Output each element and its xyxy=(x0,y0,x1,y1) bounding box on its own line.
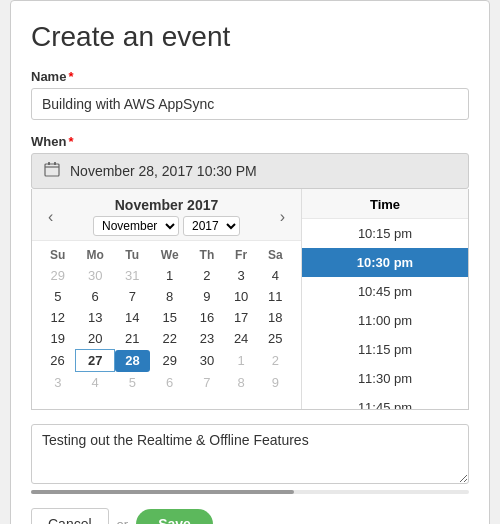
calendar-day[interactable]: 13 xyxy=(76,307,115,328)
name-label: Name* xyxy=(31,69,469,84)
next-month-button[interactable]: › xyxy=(274,206,291,228)
datetime-display[interactable]: November 28, 2017 10:30 PM xyxy=(31,153,469,189)
calendar-day[interactable]: 5 xyxy=(115,372,150,394)
calendar-day[interactable]: 21 xyxy=(115,328,150,350)
weekday-header-cell: Fr xyxy=(224,245,258,265)
calendar-day[interactable]: 16 xyxy=(190,307,224,328)
calendar-day[interactable]: 28 xyxy=(115,350,150,372)
name-field-group: Name* xyxy=(31,69,469,120)
year-select[interactable]: 2017 xyxy=(183,216,240,236)
calendar-day[interactable]: 4 xyxy=(258,265,292,286)
svg-rect-3 xyxy=(54,162,56,165)
time-panel[interactable]: Time 10:15 pm10:30 pm10:45 pm11:00 pm11:… xyxy=(302,189,468,409)
calendar-day[interactable]: 12 xyxy=(40,307,76,328)
calendar-day[interactable]: 5 xyxy=(40,286,76,307)
calendar-day[interactable]: 9 xyxy=(258,372,292,394)
month-title: November 2017 xyxy=(115,197,219,213)
calendar-day[interactable]: 2 xyxy=(258,350,292,372)
calendar-day[interactable]: 19 xyxy=(40,328,76,350)
calendar-day[interactable]: 14 xyxy=(115,307,150,328)
calendar-day[interactable]: 30 xyxy=(190,350,224,372)
calendar-day[interactable]: 1 xyxy=(150,265,190,286)
calendar-day[interactable]: 2 xyxy=(190,265,224,286)
required-star: * xyxy=(68,69,73,84)
calendar-day[interactable]: 11 xyxy=(258,286,292,307)
picker-container: ‹ November 2017 November 2017 › xyxy=(31,189,469,410)
time-item[interactable]: 10:15 pm xyxy=(302,219,468,248)
weekday-header-cell: Tu xyxy=(115,245,150,265)
time-panel-header: Time xyxy=(302,189,468,219)
calendar-day[interactable]: 24 xyxy=(224,328,258,350)
month-year-display: November 2017 November 2017 xyxy=(93,197,240,236)
time-item[interactable]: 11:45 pm xyxy=(302,393,468,409)
calendar-day[interactable]: 7 xyxy=(190,372,224,394)
calendar-day[interactable]: 10 xyxy=(224,286,258,307)
when-required-star: * xyxy=(68,134,73,149)
calendar-day[interactable]: 23 xyxy=(190,328,224,350)
calendar-icon xyxy=(44,161,60,181)
calendar-day[interactable]: 31 xyxy=(115,265,150,286)
calendar-day[interactable]: 20 xyxy=(76,328,115,350)
calendar-day[interactable]: 6 xyxy=(150,372,190,394)
time-item[interactable]: 11:00 pm xyxy=(302,306,468,335)
calendar-day[interactable]: 3 xyxy=(224,265,258,286)
weekday-header-cell: Mo xyxy=(76,245,115,265)
save-button[interactable]: Save xyxy=(136,509,213,524)
calendar-day[interactable]: 1 xyxy=(224,350,258,372)
calendar-day[interactable]: 29 xyxy=(150,350,190,372)
calendar-day[interactable]: 22 xyxy=(150,328,190,350)
calendar-day[interactable]: 9 xyxy=(190,286,224,307)
calendar-day[interactable]: 8 xyxy=(224,372,258,394)
description-input[interactable]: Testing out the Realtime & Offline Featu… xyxy=(31,424,469,484)
page-title: Create an event xyxy=(31,21,469,53)
time-item[interactable]: 11:15 pm xyxy=(302,335,468,364)
time-item[interactable]: 10:45 pm xyxy=(302,277,468,306)
calendar-day[interactable]: 25 xyxy=(258,328,292,350)
datetime-text: November 28, 2017 10:30 PM xyxy=(70,163,257,179)
calendar-day[interactable]: 3 xyxy=(40,372,76,394)
calendar-header: ‹ November 2017 November 2017 › xyxy=(32,189,301,241)
calendar-day[interactable]: 15 xyxy=(150,307,190,328)
weekday-header-cell: Sa xyxy=(258,245,292,265)
progress-bar xyxy=(31,490,469,494)
when-label: When* xyxy=(31,134,469,149)
calendar-day[interactable]: 4 xyxy=(76,372,115,394)
description-field-group: Testing out the Realtime & Offline Featu… xyxy=(31,424,469,494)
weekday-header-cell: Th xyxy=(190,245,224,265)
calendar-day[interactable]: 6 xyxy=(76,286,115,307)
calendar-day[interactable]: 26 xyxy=(40,350,76,372)
svg-rect-2 xyxy=(48,162,50,165)
calendar-day[interactable]: 8 xyxy=(150,286,190,307)
calendar-day[interactable]: 30 xyxy=(76,265,115,286)
month-year-selects: November 2017 xyxy=(93,216,240,236)
weekday-header-cell: Su xyxy=(40,245,76,265)
month-select[interactable]: November xyxy=(93,216,179,236)
time-item[interactable]: 10:30 pm xyxy=(302,248,468,277)
form-footer: Cancel or Save xyxy=(31,508,469,524)
weekday-header-cell: We xyxy=(150,245,190,265)
calendar-day[interactable]: 7 xyxy=(115,286,150,307)
name-input[interactable] xyxy=(31,88,469,120)
create-event-modal: Create an event Name* When* November 28,… xyxy=(10,0,490,524)
or-label: or xyxy=(117,517,129,525)
calendar-day[interactable]: 18 xyxy=(258,307,292,328)
cancel-button[interactable]: Cancel xyxy=(31,508,109,524)
calendar-panel: ‹ November 2017 November 2017 › xyxy=(32,189,302,409)
time-item[interactable]: 11:30 pm xyxy=(302,364,468,393)
calendar-day[interactable]: 17 xyxy=(224,307,258,328)
calendar-day[interactable]: 29 xyxy=(40,265,76,286)
progress-bar-fill xyxy=(31,490,294,494)
calendar-grid: SuMoTuWeThFrSa 2930311234567891011121314… xyxy=(32,241,301,397)
svg-rect-0 xyxy=(45,164,59,176)
prev-month-button[interactable]: ‹ xyxy=(42,206,59,228)
when-field-group: When* November 28, 2017 10:30 PM ‹ N xyxy=(31,134,469,410)
calendar-day[interactable]: 27 xyxy=(76,350,115,372)
